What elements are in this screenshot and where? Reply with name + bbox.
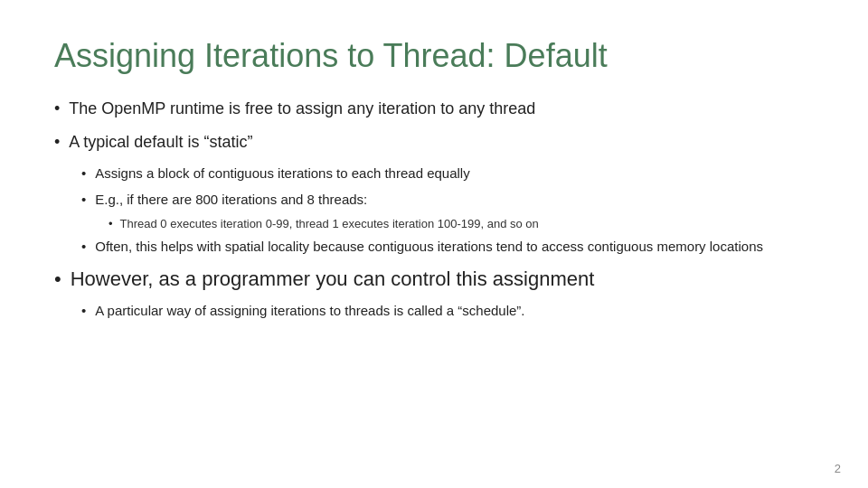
bullet-2: • A typical default is “static” [54, 130, 814, 155]
bullet-2-sub-1-dot: • [81, 164, 86, 184]
bullet-often-dot: • [81, 237, 86, 258]
bullet-however-text: However, as a programmer you can control… [71, 266, 595, 294]
bullet-particular-dot: • [81, 301, 86, 322]
bullet-2-sub-2: • E.g., if there are 800 iterations and … [81, 190, 814, 211]
slide-title: Assigning Iterations to Thread: Default [54, 36, 814, 75]
bullet-1: • The OpenMP runtime is free to assign a… [54, 97, 814, 121]
bullet-2-sub-2-dot: • [81, 190, 86, 211]
bullet-1-text: The OpenMP runtime is free to assign any… [69, 97, 535, 121]
bullet-often-text: Often, this helps with spatial locality … [95, 237, 763, 258]
slide-content: • The OpenMP runtime is free to assign a… [54, 97, 814, 321]
bullet-2-dot: • [54, 130, 60, 155]
bullet-l3-thread-text: Thread 0 executes iteration 0-99, thread… [120, 215, 539, 233]
bullet-however: • However, as a programmer you can contr… [54, 266, 814, 294]
bullet-2-sub-2-text: E.g., if there are 800 iterations and 8 … [95, 190, 367, 211]
page-number: 2 [835, 462, 841, 475]
bullet-l3-thread-dot: • [108, 215, 113, 233]
bullet-particular: • A particular way of assigning iteratio… [81, 301, 814, 322]
slide: Assigning Iterations to Thread: Default … [0, 0, 868, 488]
bullet-however-dot: • [54, 266, 61, 294]
bullet-2-text: A typical default is “static” [69, 130, 252, 155]
bullet-l3-thread: • Thread 0 executes iteration 0-99, thre… [108, 215, 814, 233]
bullet-1-dot: • [54, 97, 60, 121]
bullet-2-sub-1: • Assigns a block of contiguous iteratio… [81, 164, 814, 184]
bullet-often: • Often, this helps with spatial localit… [81, 237, 814, 258]
bullet-2-sub-1-text: Assigns a block of contiguous iterations… [95, 164, 469, 184]
bullet-particular-text: A particular way of assigning iterations… [95, 301, 524, 322]
